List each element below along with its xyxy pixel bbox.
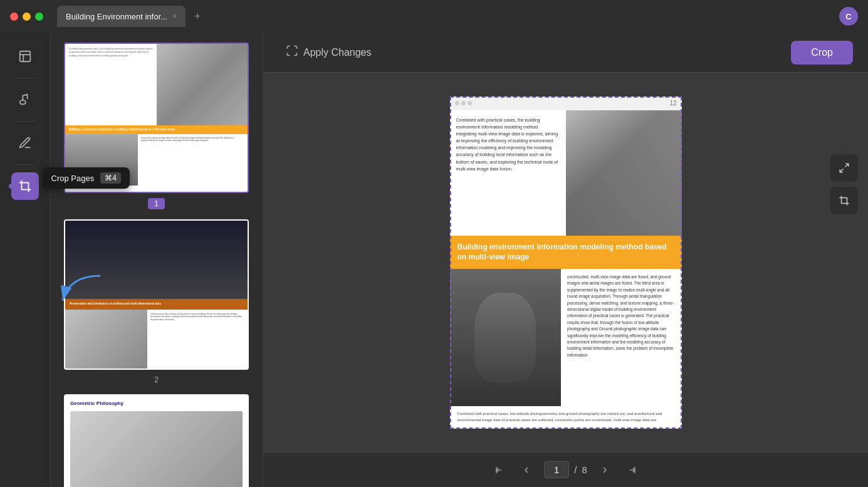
page-text-left: Combined with practical cases, the build…	[450, 110, 566, 236]
thumb-label-1: 1	[148, 198, 165, 209]
thumb1-title: Building environment information modelin…	[65, 125, 248, 134]
dot-1	[455, 101, 459, 105]
page-content: 12 Combined with practical cases, the bu…	[450, 97, 682, 429]
thumb2-content: Preservation and inheritance of architec…	[65, 221, 248, 369]
page-img-overlay	[566, 110, 682, 236]
tooltip-shortcut: ⌘4	[100, 172, 121, 184]
next-page-button[interactable]	[595, 460, 615, 480]
prev-page-button[interactable]	[516, 460, 536, 480]
tab-area: Building Environment infor... × +	[57, 6, 833, 27]
tab-title: Building Environment infor...	[66, 12, 167, 21]
current-page-input[interactable]	[544, 461, 569, 478]
thumb-item-2: Preservation and inheritance of architec…	[60, 219, 253, 384]
crop-button[interactable]: Crop	[791, 41, 853, 65]
page-body: Combined with practical cases, the build…	[450, 110, 682, 429]
navigation-bar: / 8	[263, 452, 868, 487]
page-number: 12	[669, 100, 676, 107]
page-middle-section: constructed, multi-view image data are f…	[450, 269, 682, 406]
tab-close-icon[interactable]: ×	[172, 13, 177, 20]
sidebar-divider-2	[16, 121, 34, 122]
thumbnail-page-3[interactable]: Geometric Philosophy The specific plan o…	[64, 394, 249, 487]
maximize-button[interactable]	[35, 13, 43, 21]
svg-line-6	[840, 169, 843, 172]
last-page-button[interactable]	[622, 460, 642, 480]
active-tab[interactable]: Building Environment infor... ×	[57, 6, 186, 27]
total-pages: 8	[582, 464, 587, 475]
document-viewer: 12 Combined with practical cases, the bu…	[263, 73, 868, 452]
page-bottom-text-right: constructed, multi-view image data are f…	[561, 269, 681, 406]
sidebar-item-edit[interactable]	[11, 129, 39, 157]
page-header-bar: 12	[450, 97, 682, 110]
crop-tool-button[interactable]	[830, 187, 858, 214]
svg-rect-3	[21, 183, 28, 190]
dot-2	[461, 101, 466, 105]
page-top-section: Combined with practical cases, the build…	[450, 110, 682, 236]
page-header-dots	[455, 101, 472, 105]
page-info: / 8	[544, 461, 587, 478]
svg-rect-7	[842, 198, 847, 204]
page-orange-title: Building environment information modelin…	[450, 236, 682, 270]
svg-line-5	[845, 164, 849, 167]
user-avatar[interactable]: C	[839, 7, 858, 26]
thumb3-title: Geometric Philosophy	[70, 401, 243, 406]
thumbnail-page-2[interactable]: Preservation and inheritance of architec…	[64, 219, 249, 370]
page-wrapper: 12 Combined with practical cases, the bu…	[450, 97, 682, 429]
first-page-button[interactable]	[489, 460, 509, 480]
svg-rect-0	[19, 51, 30, 62]
expand-tool-button[interactable]	[830, 154, 858, 182]
toolbar: Apply Changes Crop	[263, 33, 868, 73]
page-image-right	[566, 110, 682, 236]
content-area: Apply Changes Crop 12	[263, 33, 868, 487]
page-separator: /	[574, 464, 577, 475]
traffic-lights	[10, 13, 43, 21]
minimize-button[interactable]	[23, 13, 31, 21]
titlebar: Building Environment infor... × + C	[0, 0, 868, 33]
thumbnail-panel: Combined with practical cases, the build…	[50, 33, 263, 487]
thumb3-content: Geometric Philosophy The specific plan o…	[65, 395, 248, 487]
sidebar-item-document[interactable]	[11, 43, 39, 70]
apply-changes-label: Apply Changes	[303, 47, 372, 58]
page-footer-text: Combined with practical cases, low-altit…	[450, 406, 682, 428]
add-tab-button[interactable]: +	[189, 8, 206, 26]
right-tools	[830, 154, 858, 214]
crop-pages-tooltip: Crop Pages ⌘4	[43, 167, 130, 189]
page-person-image	[450, 269, 562, 406]
active-indicator	[9, 184, 14, 189]
sidebar-item-brush[interactable]	[11, 86, 39, 113]
apply-changes-button[interactable]: Apply Changes	[278, 39, 379, 65]
apply-icon	[286, 45, 298, 60]
main-area: Crop Pages ⌘4 Combined with practical ca…	[0, 33, 868, 487]
close-button[interactable]	[10, 13, 18, 21]
tooltip-label: Crop Pages	[51, 174, 95, 183]
page-bottom-image	[450, 269, 562, 406]
sidebar-divider-1	[16, 78, 34, 78]
dot-3	[468, 101, 472, 105]
thumb-label-2: 2	[154, 375, 159, 384]
sidebar-divider-3	[16, 164, 34, 165]
icon-sidebar: Crop Pages ⌘4	[0, 33, 50, 487]
sidebar-item-crop[interactable]: Crop Pages ⌘4	[11, 172, 39, 200]
thumb-item-3: Geometric Philosophy The specific plan o…	[60, 394, 253, 487]
